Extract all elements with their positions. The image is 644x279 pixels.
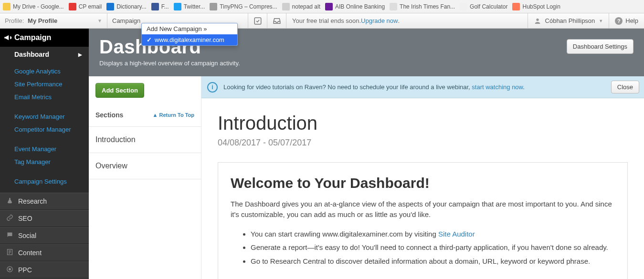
sidebar: Campaign Dashboard ▶ Google AnalyticsSit… [0, 29, 89, 279]
bookmark-item[interactable]: Dictionary... [106, 3, 146, 10]
category-label: Social [18, 232, 36, 239]
info-icon: i [201, 76, 223, 98]
chevron-down-icon: ▼ [97, 18, 102, 23]
bookmark-favicon [106, 3, 114, 10]
browser-bookmarks-bar: My Drive - Google...CP emailDictionary..… [0, 0, 644, 13]
bookmark-label: HubSpot Login [522, 3, 560, 10]
bookmark-favicon [390, 3, 397, 10]
sidebar-link[interactable]: Tag Manager [0, 155, 89, 168]
banner-close-button[interactable]: Close [611, 81, 639, 93]
section-item[interactable]: Overview [89, 153, 201, 179]
card-title: Welcome to Your Dashboard! [231, 175, 615, 191]
category-icon [6, 214, 13, 223]
sidebar-category[interactable]: PPC [0, 261, 89, 279]
toolbar-inbox-icon[interactable] [267, 13, 286, 28]
dashboard-settings-button[interactable]: Dashboard Settings [567, 39, 633, 54]
category-label: Research [18, 197, 47, 205]
help-icon: ? [615, 17, 623, 25]
bookmark-favicon [3, 3, 11, 10]
bookmark-label: notepad alt [292, 3, 320, 10]
sidebar-link[interactable]: Site Performance [0, 78, 89, 91]
category-icon [6, 197, 13, 206]
bookmark-item[interactable]: TinyPNG – Compres... [210, 3, 277, 10]
sidebar-link[interactable]: Email Metrics [0, 91, 89, 103]
main-pane: i Looking for video tutorials on Raven? … [201, 76, 644, 279]
campaign-label: Campaign [112, 17, 140, 24]
sidebar-link[interactable]: Google Analytics [0, 65, 89, 78]
start-watching-link[interactable]: start watching now [472, 83, 523, 91]
bookmark-item[interactable]: Golf Calculator [460, 3, 507, 10]
sidebar-category[interactable]: Research [0, 193, 89, 210]
main-area: Campaign Dashboard ▶ Google AnalyticsSit… [0, 29, 644, 279]
svg-point-1 [536, 18, 538, 21]
svg-point-7 [9, 269, 11, 270]
user-menu[interactable]: Cóbhan Phillipson ▼ [528, 13, 609, 28]
svg-rect-0 [254, 18, 261, 24]
page-subtitle: Displays a high-level overview of campai… [99, 60, 240, 67]
bookmark-item[interactable]: My Drive - Google... [3, 3, 64, 10]
sections-title: Sections [95, 111, 123, 119]
user-name: Cóbhan Phillipson [545, 17, 595, 24]
bookmark-item[interactable]: AIB Online Banking [325, 3, 385, 10]
campaign-dropdown-selected[interactable]: ✓ www.digitalexaminer.com [142, 34, 237, 45]
bookmark-label: My Drive - Google... [13, 3, 64, 10]
bookmark-item[interactable]: F... [151, 3, 169, 10]
bookmark-label: TinyPNG – Compres... [220, 3, 277, 10]
card-list-item: Go to Research Central to discover detai… [251, 255, 615, 269]
card-paragraph: To remove this section from your dashboa… [231, 277, 615, 279]
bookmark-label: F... [161, 3, 169, 10]
help-button[interactable]: ? Help [609, 13, 644, 28]
upgrade-link[interactable]: Upgrade now [361, 17, 398, 24]
bookmark-favicon [512, 3, 520, 10]
bookmark-item[interactable]: The Irish Times Fan... [390, 3, 455, 10]
sidebar-category[interactable]: Content [0, 244, 89, 261]
add-section-button[interactable]: Add Section [95, 83, 144, 98]
sidebar-category[interactable]: Social [0, 227, 89, 244]
toolbar-checkbox-icon[interactable] [248, 13, 267, 28]
sidebar-link[interactable]: Event Manager [0, 143, 89, 155]
bookmark-favicon [460, 3, 467, 10]
category-label: Content [18, 249, 42, 257]
sidebar-category[interactable]: SEO [0, 210, 89, 227]
category-icon [6, 231, 13, 240]
bookmark-item[interactable]: notepad alt [282, 3, 320, 10]
sidebar-dashboard[interactable]: Dashboard ▶ [0, 47, 89, 63]
campaign-dropdown-add[interactable]: Add New Campaign » [142, 23, 237, 34]
welcome-card: Welcome to Your Dashboard! The Dashboard… [218, 162, 628, 279]
card-list-item: You can start crawling www.digitalexamin… [251, 227, 615, 241]
bookmark-label: AIB Online Banking [335, 3, 385, 10]
user-icon [534, 17, 541, 25]
card-paragraph: The Dashboard gives you an at-a-glance v… [231, 199, 615, 220]
category-icon [6, 248, 13, 257]
sidebar-campaign-header[interactable]: Campaign [0, 29, 89, 47]
chevron-down-icon: ▼ [599, 19, 603, 23]
sidebar-link[interactable]: Keyword Manager [0, 110, 89, 123]
bookmark-label: Dictionary... [116, 3, 146, 10]
bookmark-favicon [151, 3, 159, 10]
sidebar-link[interactable]: Competitor Manager [0, 123, 89, 136]
bookmark-item[interactable]: CP email [69, 3, 102, 10]
category-label: SEO [18, 215, 32, 222]
bookmark-favicon [210, 3, 217, 10]
bookmark-label: The Irish Times Fan... [400, 3, 455, 10]
category-label: PPC [18, 266, 32, 274]
article-dates: 04/08/2017 - 05/07/2017 [218, 138, 628, 148]
bookmark-item[interactable]: Twitter... [174, 3, 205, 10]
site-auditor-link[interactable]: Site Auditor [438, 230, 475, 238]
bookmark-label: Twitter... [184, 3, 205, 10]
article: Introduction 04/08/2017 - 05/07/2017 Wel… [201, 98, 644, 279]
section-item[interactable]: Introduction [89, 127, 201, 153]
bookmark-favicon [325, 3, 333, 10]
bookmark-favicon [174, 3, 181, 10]
bookmark-favicon [69, 3, 76, 10]
bookmark-item[interactable]: HubSpot Login [512, 3, 560, 10]
card-list-item: Generate a report—it's easy to do! You'l… [251, 241, 615, 255]
return-to-top-link[interactable]: ▲ Return To Top [153, 112, 194, 118]
profile-selector[interactable]: Profile: My Profile ▼ [0, 13, 107, 28]
campaign-dropdown: Add New Campaign » ✓ www.digitalexaminer… [141, 23, 238, 46]
bookmark-label: CP email [79, 3, 102, 10]
sidebar-link[interactable]: Campaign Settings [0, 175, 89, 188]
category-icon [6, 266, 13, 274]
info-banner: i Looking for video tutorials on Raven? … [201, 76, 644, 98]
body-columns: Add Section Sections ▲ Return To Top Int… [89, 76, 644, 279]
